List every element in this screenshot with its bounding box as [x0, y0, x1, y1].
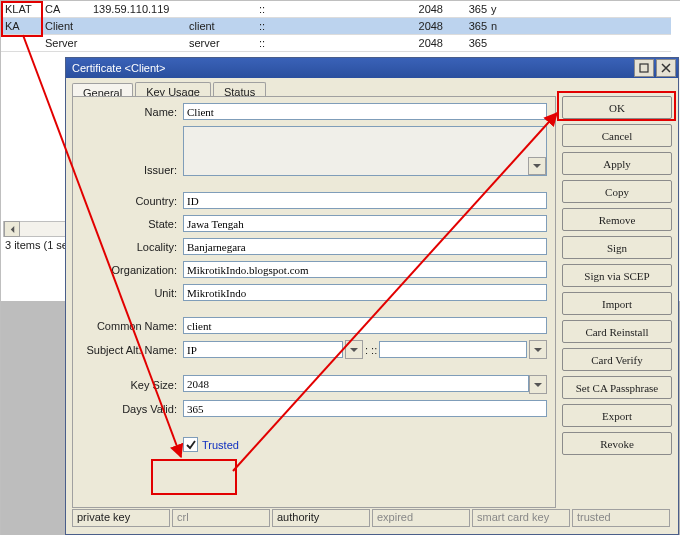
ok-button[interactable]: OK [562, 96, 672, 119]
days-valid-label: Days Valid: [81, 403, 183, 415]
san-type-dropdown-button[interactable] [345, 340, 363, 359]
remove-button[interactable]: Remove [562, 208, 672, 231]
days-valid-input[interactable] [183, 400, 547, 417]
cell-name: Client [45, 20, 93, 32]
name-input[interactable] [183, 103, 547, 120]
scroll-left-button[interactable] [4, 221, 20, 237]
common-name-input[interactable] [183, 317, 547, 334]
dialog-title: Certificate <Client> [72, 62, 632, 74]
cell-days: 365 [447, 37, 491, 49]
cell-san: :: [259, 37, 343, 49]
cell-key-size: 2048 [393, 20, 447, 32]
unit-label: Unit: [81, 287, 183, 299]
dialog-button-column: OK Cancel Apply Copy Remove Sign Sign vi… [562, 96, 672, 455]
san-label: Subject Alt. Name: [81, 344, 183, 356]
san-type-select[interactable] [183, 341, 343, 358]
key-size-dropdown-button[interactable] [529, 375, 547, 394]
key-size-select[interactable] [183, 375, 529, 392]
table-row[interactable]: Server server :: 2048 365 [1, 35, 671, 52]
locality-input[interactable] [183, 238, 547, 255]
table-row[interactable]: KLAT CA 139.59.110.119 :: 2048 365 y [1, 1, 671, 18]
san-separator: : :: [365, 344, 377, 356]
trusted-label: Trusted [202, 439, 239, 451]
certificate-list-table: KLAT CA 139.59.110.119 :: 2048 365 y KA … [1, 1, 671, 52]
status-trusted: trusted [572, 509, 670, 527]
cell-key-size: 2048 [393, 37, 447, 49]
copy-button[interactable]: Copy [562, 180, 672, 203]
status-authority: authority [272, 509, 370, 527]
san-add-button[interactable] [529, 340, 547, 359]
apply-button[interactable]: Apply [562, 152, 672, 175]
state-input[interactable] [183, 215, 547, 232]
issuer-box[interactable] [183, 126, 547, 176]
country-input[interactable] [183, 192, 547, 209]
general-tab-panel: Name: Issuer: Country: State: [72, 96, 556, 508]
organization-label: Organization: [81, 264, 183, 276]
cell-san: :: [259, 3, 343, 15]
issuer-dropdown-button[interactable] [528, 157, 546, 175]
cell-name: Server [45, 37, 93, 49]
sign-button[interactable]: Sign [562, 236, 672, 259]
cell-days: 365 [447, 3, 491, 15]
state-label: State: [81, 218, 183, 230]
cell-name: CA [45, 3, 93, 15]
svg-rect-0 [640, 64, 648, 72]
revoke-button[interactable]: Revoke [562, 432, 672, 455]
unit-input[interactable] [183, 284, 547, 301]
minimize-button[interactable] [634, 59, 654, 77]
name-label: Name: [81, 106, 183, 118]
sign-via-scep-button[interactable]: Sign via SCEP [562, 264, 672, 287]
items-count-status: 3 items (1 se [3, 237, 70, 253]
cell-san: :: [259, 20, 343, 32]
cancel-button[interactable]: Cancel [562, 124, 672, 147]
export-button[interactable]: Export [562, 404, 672, 427]
card-reinstall-button[interactable]: Card Reinstall [562, 320, 672, 343]
cell-days: 365 [447, 20, 491, 32]
card-verify-button[interactable]: Card Verify [562, 348, 672, 371]
certificate-dialog: Certificate <Client> General Key Usage S… [65, 57, 679, 535]
country-label: Country: [81, 195, 183, 207]
san-value-input[interactable] [379, 341, 527, 358]
cell-flags: KA [1, 20, 45, 32]
set-ca-passphrase-button[interactable]: Set CA Passphrase [562, 376, 672, 399]
cell-flags: KLAT [1, 3, 45, 15]
cell-common-name: client [189, 20, 259, 32]
trusted-checkbox[interactable] [183, 437, 198, 452]
dialog-titlebar[interactable]: Certificate <Client> [66, 58, 678, 78]
import-button[interactable]: Import [562, 292, 672, 315]
common-name-label: Common Name: [81, 320, 183, 332]
locality-label: Locality: [81, 241, 183, 253]
key-size-label: Key Size: [81, 379, 183, 391]
organization-input[interactable] [183, 261, 547, 278]
status-expired: expired [372, 509, 470, 527]
cell-tail: n [491, 20, 511, 32]
cell-issuer: 139.59.110.119 [93, 3, 189, 15]
cell-tail: y [491, 3, 511, 15]
status-private-key: private key [72, 509, 170, 527]
issuer-label: Issuer: [81, 164, 183, 176]
cell-key-size: 2048 [393, 3, 447, 15]
table-row[interactable]: KA Client client :: 2048 365 n [1, 18, 671, 35]
status-crl: crl [172, 509, 270, 527]
cell-common-name: server [189, 37, 259, 49]
dialog-statusbar: private key crl authority expired smart … [72, 509, 672, 527]
close-button[interactable] [656, 59, 676, 77]
status-smartcard: smart card key [472, 509, 570, 527]
